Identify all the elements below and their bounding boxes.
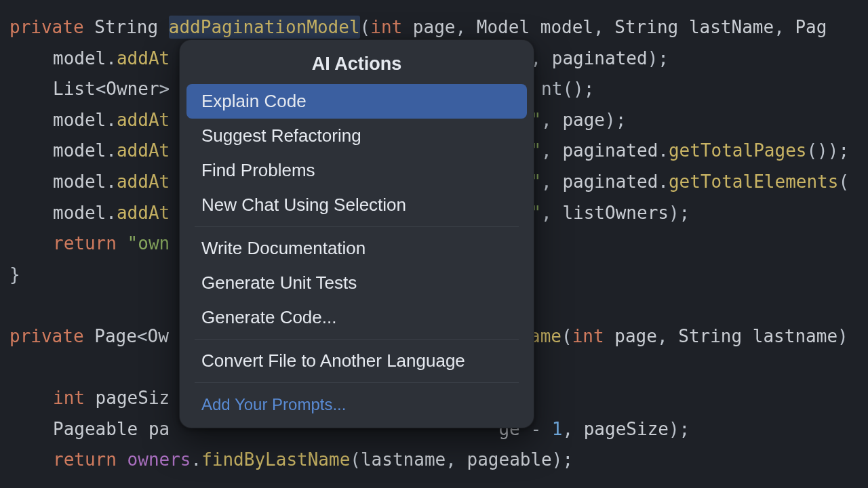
add-your-prompts-link[interactable]: Add Your Prompts... — [186, 387, 527, 424]
code-line: return "own — [9, 233, 170, 253]
code-line — [9, 357, 20, 378]
code-line — [9, 295, 20, 315]
code-line: int pageSiz — [9, 388, 170, 408]
popup-title: AI Actions — [186, 47, 527, 84]
ai-action-write-documentation[interactable]: Write Documentation — [186, 231, 527, 266]
popup-separator — [195, 382, 519, 383]
code-line: return owners.findByLastName(lastname, p… — [9, 449, 573, 470]
ai-actions-popup: AI Actions Explain CodeSuggest Refactori… — [179, 39, 534, 428]
ai-action-find-problems[interactable]: Find Problems — [186, 153, 527, 188]
popup-separator — [195, 226, 519, 227]
ai-action-convert-file-to-another-language[interactable]: Convert File to Another Language — [186, 344, 527, 378]
ai-action-suggest-refactoring[interactable]: Suggest Refactoring — [186, 119, 527, 153]
ai-action-explain-code[interactable]: Explain Code — [186, 84, 527, 119]
ai-action-new-chat-using-selection[interactable]: New Chat Using Selection — [186, 188, 527, 222]
ai-action-generate-code[interactable]: Generate Code... — [186, 300, 527, 335]
selected-identifier: addPaginationModel — [169, 16, 360, 39]
code-line: } — [9, 264, 20, 285]
code-line: private String addPaginationModel(int pa… — [9, 16, 827, 39]
ai-action-generate-unit-tests[interactable]: Generate Unit Tests — [186, 266, 527, 300]
popup-separator — [195, 339, 519, 340]
